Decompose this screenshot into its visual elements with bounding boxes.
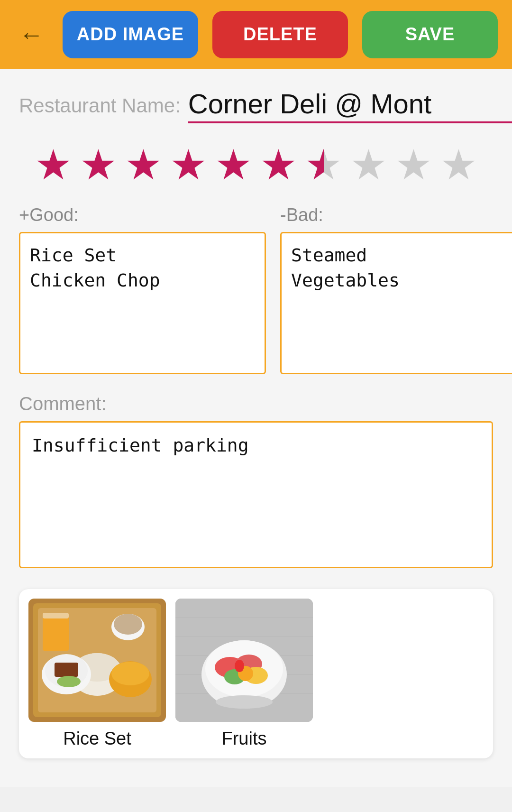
comment-textarea[interactable]	[19, 421, 493, 568]
star-4[interactable]: ★	[170, 144, 207, 186]
image-gallery: Rice Set	[19, 589, 493, 758]
good-column: +Good:	[19, 205, 266, 374]
gallery-image-rice-set	[28, 599, 166, 722]
gallery-image-fruits	[175, 599, 313, 722]
comment-section: Comment:	[19, 393, 493, 589]
back-button[interactable]: ←	[14, 22, 48, 47]
svg-rect-11	[55, 663, 78, 677]
star-5[interactable]: ★	[215, 144, 252, 186]
svg-point-12	[57, 676, 81, 687]
good-label: +Good:	[19, 205, 266, 225]
svg-rect-4	[43, 613, 69, 618]
star-10[interactable]: ★	[440, 144, 477, 186]
star-3[interactable]: ★	[125, 144, 162, 186]
restaurant-name-row: Restaurant Name:	[19, 88, 493, 125]
good-bad-row: +Good: -Bad:	[19, 205, 493, 374]
main-content: Restaurant Name: ★ ★ ★ ★ ★ ★ ★ ★ ★ ★ +Go…	[0, 69, 512, 787]
svg-point-29	[235, 660, 244, 672]
star-1[interactable]: ★	[35, 144, 72, 186]
star-8[interactable]: ★	[350, 144, 387, 186]
header: ← ADD IMAGE DELETE SAVE	[0, 0, 512, 69]
save-button[interactable]: SAVE	[362, 11, 498, 58]
svg-point-30	[216, 695, 273, 709]
restaurant-name-input[interactable]	[188, 88, 512, 123]
bad-column: -Bad:	[280, 205, 512, 374]
add-image-button[interactable]: ADD IMAGE	[63, 11, 198, 58]
star-9[interactable]: ★	[395, 144, 432, 186]
restaurant-name-label: Restaurant Name:	[19, 94, 181, 117]
gallery-item-fruits: Fruits	[175, 599, 313, 754]
gallery-item-rice-set: Rice Set	[28, 599, 166, 754]
bad-textarea[interactable]	[280, 232, 512, 374]
comment-label: Comment:	[19, 393, 493, 415]
bad-label: -Bad:	[280, 205, 512, 225]
delete-button[interactable]: DELETE	[212, 11, 348, 58]
good-textarea[interactable]	[19, 232, 266, 374]
svg-point-8	[111, 662, 149, 685]
svg-point-14	[114, 614, 142, 635]
gallery-caption-fruits: Fruits	[222, 729, 267, 749]
star-6[interactable]: ★	[260, 144, 297, 186]
star-2[interactable]: ★	[80, 144, 117, 186]
gallery-caption-rice-set: Rice Set	[63, 729, 131, 749]
star-7[interactable]: ★	[305, 144, 342, 186]
rating-stars: ★ ★ ★ ★ ★ ★ ★ ★ ★ ★	[19, 144, 493, 186]
